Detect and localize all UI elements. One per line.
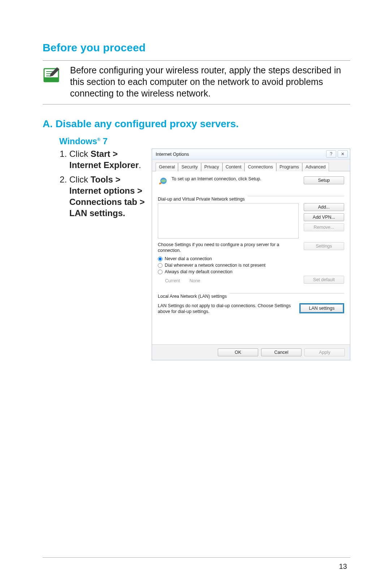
radio-never-dial[interactable]: Never dial a connection <box>158 256 344 261</box>
step-text: Click <box>69 175 91 184</box>
radio-label: Never dial a connection <box>165 256 212 261</box>
add-vpn-button[interactable]: Add VPN... <box>304 213 344 221</box>
tab-connections[interactable]: Connections <box>244 163 276 171</box>
radio-always-dial[interactable]: Always dial my default connection <box>158 269 344 274</box>
dialog-title: Internet Options <box>156 151 189 157</box>
step-text: Click <box>69 149 91 159</box>
divider <box>43 104 350 104</box>
radio-input[interactable] <box>158 263 162 268</box>
current-label: Current <box>165 278 180 283</box>
lan-settings-button[interactable]: LAN settings <box>300 304 343 312</box>
connections-listbox[interactable] <box>158 203 299 239</box>
globe-icon <box>158 176 168 186</box>
ok-button[interactable]: OK <box>218 348 258 356</box>
svg-rect-1 <box>44 77 58 82</box>
help-icon[interactable]: ? <box>326 150 336 158</box>
footer-divider <box>43 557 350 558</box>
tab-security[interactable]: Security <box>178 163 201 171</box>
note-text: Before configuring your wireless router,… <box>70 64 350 99</box>
settings-button[interactable]: Settings <box>304 242 344 250</box>
heading-os: Windows® 7 <box>59 136 350 146</box>
lan-settings-highlight: LAN settings <box>299 303 344 313</box>
remove-button[interactable]: Remove... <box>304 223 344 231</box>
os-name: Windows <box>59 136 97 146</box>
tab-programs[interactable]: Programs <box>276 163 302 171</box>
os-version: 7 <box>100 136 108 146</box>
step-2: Click Tools > Internet options > Connect… <box>69 174 149 219</box>
registered-mark: ® <box>97 137 100 142</box>
radio-label: Dial whenever a network connection is no… <box>165 263 265 268</box>
lan-help-text: LAN Settings do not apply to dial-up con… <box>158 303 294 314</box>
tab-general[interactable]: General <box>156 163 178 171</box>
radio-input[interactable] <box>158 270 162 274</box>
divider <box>230 293 344 293</box>
page-number: 13 <box>339 562 347 571</box>
group-lan-label: Local Area Network (LAN) settings <box>158 294 227 299</box>
close-icon[interactable]: ✕ <box>338 150 348 158</box>
note-icon <box>43 66 60 84</box>
dialog-titlebar: Internet Options ? ✕ <box>152 149 350 159</box>
add-button[interactable]: Add... <box>304 203 344 211</box>
radio-label: Always dial my default connection <box>165 269 233 274</box>
setup-button[interactable]: Setup <box>304 176 344 184</box>
radio-input[interactable] <box>158 257 162 261</box>
tab-privacy[interactable]: Privacy <box>201 163 222 171</box>
tab-content[interactable]: Content <box>222 163 245 171</box>
apply-button[interactable]: Apply <box>304 348 345 356</box>
current-value: None <box>190 278 200 283</box>
heading-section-a: A. Disable any configured proxy servers. <box>43 118 350 130</box>
step-1: Click Start > Internet Explorer. <box>69 149 149 171</box>
cancel-button[interactable]: Cancel <box>261 348 302 356</box>
tab-advanced[interactable]: Advanced <box>302 163 329 171</box>
radio-dial-whenever[interactable]: Dial whenever a network connection is no… <box>158 263 344 268</box>
setup-text: To set up an Internet connection, click … <box>172 176 300 182</box>
proxy-help-text: Choose Settings if you need to configure… <box>158 242 299 253</box>
divider <box>248 196 344 196</box>
internet-options-dialog: Internet Options ? ✕ General Security Pr… <box>152 149 350 360</box>
dialog-tabs: General Security Privacy Content Connect… <box>152 159 350 171</box>
step-text: . <box>139 160 141 170</box>
group-dialup-label: Dial-up and Virtual Private Network sett… <box>158 197 245 202</box>
heading-before-you-proceed: Before you proceed <box>43 42 350 54</box>
set-default-button[interactable]: Set default <box>304 276 344 284</box>
steps-list: Click Start > Internet Explorer. Click T… <box>59 149 149 219</box>
dialog-footer: OK Cancel Apply <box>152 344 350 360</box>
